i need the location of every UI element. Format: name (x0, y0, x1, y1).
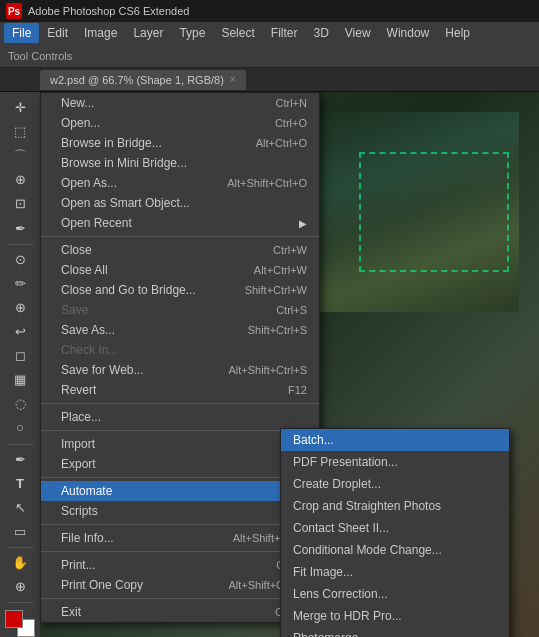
menu-place[interactable]: Place... (41, 407, 319, 427)
selection-marquee (359, 152, 509, 272)
menu-3d[interactable]: 3D (305, 23, 336, 43)
menu-scripts[interactable]: Scripts ▶ (41, 501, 319, 521)
type-tool[interactable]: T (5, 472, 35, 495)
menu-view[interactable]: View (337, 23, 379, 43)
automate-submenu: Batch... PDF Presentation... Create Drop… (280, 428, 510, 637)
lasso-tool[interactable]: ⌒ (5, 144, 35, 167)
automate-fit-image[interactable]: Fit Image... (281, 561, 509, 583)
move-tool[interactable]: ✛ (5, 96, 35, 119)
zoom-tool[interactable]: ⊕ (5, 575, 35, 598)
menu-export[interactable]: Export ▶ (41, 454, 319, 474)
toolbar-separator-2 (7, 444, 33, 445)
automate-create-droplet[interactable]: Create Droplet... (281, 473, 509, 495)
controls-bar: Tool Controls (0, 44, 539, 68)
document-tab[interactable]: w2.psd @ 66.7% (Shape 1, RGB/8) × (40, 70, 246, 90)
dodge-tool[interactable]: ○ (5, 416, 35, 439)
automate-contact-sheet[interactable]: Contact Sheet II... (281, 517, 509, 539)
main-area: ✛ ⬚ ⌒ ⊕ ⊡ ✒ ⊙ ✏ ⊕ ↩ ◻ ▦ ◌ ○ ✒ T ↖ ▭ ✋ ⊕ (0, 92, 539, 637)
menu-select[interactable]: Select (213, 23, 262, 43)
eyedropper-tool[interactable]: ✒ (5, 217, 35, 240)
crop-tool[interactable]: ⊡ (5, 192, 35, 215)
separator-1 (41, 236, 319, 237)
menu-open-recent[interactable]: Open Recent ▶ (41, 213, 319, 233)
automate-conditional-mode[interactable]: Conditional Mode Change... (281, 539, 509, 561)
title-bar: Ps Adobe Photoshop CS6 Extended (0, 0, 539, 22)
menu-print-one-copy[interactable]: Print One Copy Alt+Shift+Ctrl+P (41, 575, 319, 595)
menu-open[interactable]: Open... Ctrl+O (41, 113, 319, 133)
menu-help[interactable]: Help (437, 23, 478, 43)
menu-layer[interactable]: Layer (125, 23, 171, 43)
left-toolbar: ✛ ⬚ ⌒ ⊕ ⊡ ✒ ⊙ ✏ ⊕ ↩ ◻ ▦ ◌ ○ ✒ T ↖ ▭ ✋ ⊕ (0, 92, 40, 637)
toolbar-separator-3 (7, 547, 33, 548)
foreground-color-swatch[interactable] (5, 610, 23, 628)
menu-file-info[interactable]: File Info... Alt+Shift+Ctrl+I (41, 528, 319, 548)
toolbar-separator-1 (7, 244, 33, 245)
menu-edit[interactable]: Edit (39, 23, 76, 43)
separator-4 (41, 477, 319, 478)
menu-type[interactable]: Type (171, 23, 213, 43)
menu-save-as[interactable]: Save As... Shift+Ctrl+S (41, 320, 319, 340)
tab-bar: w2.psd @ 66.7% (Shape 1, RGB/8) × (0, 68, 539, 92)
clone-stamp-tool[interactable]: ⊕ (5, 296, 35, 319)
brush-tool[interactable]: ✏ (5, 272, 35, 295)
history-brush-tool[interactable]: ↩ (5, 320, 35, 343)
menu-browse-mini-bridge[interactable]: Browse in Mini Bridge... (41, 153, 319, 173)
menu-close-all[interactable]: Close All Alt+Ctrl+W (41, 260, 319, 280)
menu-close[interactable]: Close Ctrl+W (41, 240, 319, 260)
menu-bar: File Edit Image Layer Type Select Filter… (0, 22, 539, 44)
separator-6 (41, 551, 319, 552)
gradient-tool[interactable]: ▦ (5, 368, 35, 391)
automate-pdf-presentation[interactable]: PDF Presentation... (281, 451, 509, 473)
menu-automate[interactable]: Automate ▶ (41, 481, 319, 501)
menu-save: Save Ctrl+S (41, 300, 319, 320)
separator-3 (41, 430, 319, 431)
automate-photomerge[interactable]: Photomerge... (281, 627, 509, 637)
separator-7 (41, 598, 319, 599)
automate-crop-straighten[interactable]: Crop and Straighten Photos (281, 495, 509, 517)
toolbar-separator-4 (7, 602, 33, 603)
controls-text: Tool Controls (8, 50, 72, 62)
blur-tool[interactable]: ◌ (5, 392, 35, 415)
file-menu-dropdown: New... Ctrl+N Open... Ctrl+O Browse in B… (40, 92, 320, 623)
menu-exit[interactable]: Exit Ctrl+Q (41, 602, 319, 622)
title-bar-text: Adobe Photoshop CS6 Extended (28, 5, 189, 17)
hand-tool[interactable]: ✋ (5, 551, 35, 574)
pen-tool[interactable]: ✒ (5, 447, 35, 470)
automate-lens-correction[interactable]: Lens Correction... (281, 583, 509, 605)
menu-window[interactable]: Window (379, 23, 438, 43)
menu-image[interactable]: Image (76, 23, 125, 43)
tab-close-button[interactable]: × (230, 74, 236, 85)
menu-revert[interactable]: Revert F12 (41, 380, 319, 400)
automate-merge-hdr[interactable]: Merge to HDR Pro... (281, 605, 509, 627)
rectangle-select-tool[interactable]: ⬚ (5, 120, 35, 143)
open-recent-arrow: ▶ (299, 218, 307, 229)
shape-tool[interactable]: ▭ (5, 520, 35, 543)
menu-filter[interactable]: Filter (263, 23, 306, 43)
separator-5 (41, 524, 319, 525)
separator-2 (41, 403, 319, 404)
menu-close-go-bridge[interactable]: Close and Go to Bridge... Shift+Ctrl+W (41, 280, 319, 300)
menu-print[interactable]: Print... Ctrl+P (41, 555, 319, 575)
menu-open-smart-object[interactable]: Open as Smart Object... (41, 193, 319, 213)
menu-import[interactable]: Import ▶ (41, 434, 319, 454)
healing-brush-tool[interactable]: ⊙ (5, 248, 35, 271)
path-select-tool[interactable]: ↖ (5, 496, 35, 519)
menu-file[interactable]: File (4, 23, 39, 43)
menu-new[interactable]: New... Ctrl+N (41, 93, 319, 113)
automate-batch[interactable]: Batch... (281, 429, 509, 451)
tab-label: w2.psd @ 66.7% (Shape 1, RGB/8) (50, 74, 224, 86)
foreground-background-colors[interactable] (5, 610, 35, 637)
menu-save-web[interactable]: Save for Web... Alt+Shift+Ctrl+S (41, 360, 319, 380)
eraser-tool[interactable]: ◻ (5, 344, 35, 367)
menu-open-as[interactable]: Open As... Alt+Shift+Ctrl+O (41, 173, 319, 193)
app-icon: Ps (6, 3, 22, 19)
quick-select-tool[interactable]: ⊕ (5, 168, 35, 191)
menu-browse-bridge[interactable]: Browse in Bridge... Alt+Ctrl+O (41, 133, 319, 153)
menu-check-in: Check In... (41, 340, 319, 360)
